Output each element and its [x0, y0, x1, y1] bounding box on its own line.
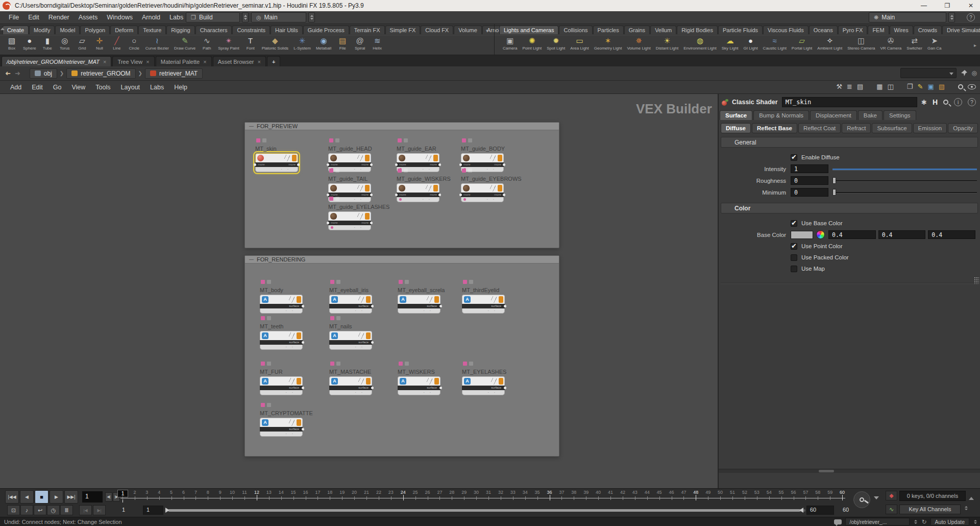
- base-color-g-field[interactable]: 0.4: [878, 230, 926, 239]
- netbox-header[interactable]: —FOR_RENDERING: [245, 256, 559, 264]
- tool-geometry-light[interactable]: ✶Geometry Light: [592, 36, 625, 51]
- breadcrumb-retriever-groom[interactable]: retriever_GROOM: [66, 68, 135, 79]
- tab-refract[interactable]: Refract: [842, 123, 871, 133]
- node-body[interactable]: A: [329, 295, 372, 304]
- menu-file[interactable]: File: [4, 12, 23, 22]
- tab-reflect-coat[interactable]: Reflect Coat: [798, 123, 841, 133]
- shelf-tab-texture[interactable]: Texture: [138, 26, 166, 34]
- collapse-icon[interactable]: —: [249, 257, 254, 262]
- houdini-badge-icon[interactable]: H: [933, 98, 938, 106]
- tool-draw-curve[interactable]: ✎Draw Curve: [172, 36, 198, 51]
- visibility-icon[interactable]: [968, 84, 976, 89]
- realtime-toggle-icon[interactable]: ◷: [47, 505, 60, 515]
- shelf-tab-hair-utils[interactable]: Hair Utils: [271, 26, 303, 34]
- shelf-overflow-icon-right[interactable]: ▾: [973, 28, 975, 33]
- shelf-tab-wires[interactable]: Wires: [890, 26, 913, 34]
- network-box-icon[interactable]: ▧: [939, 82, 945, 91]
- tab-bump-normals[interactable]: Bump & Normals: [753, 110, 809, 120]
- node-connector-strip[interactable]: surface: [260, 340, 303, 345]
- search-icon[interactable]: [943, 100, 948, 105]
- grid-snap-icon[interactable]: ▦: [876, 82, 883, 91]
- prev-key-button[interactable]: |◀: [79, 505, 92, 515]
- shelf-tab-lights-and-cameras[interactable]: Lights and Cameras: [499, 26, 558, 34]
- tab-settings[interactable]: Settings: [884, 110, 916, 120]
- pane-tab-plus[interactable]: +: [267, 56, 280, 66]
- take-selector[interactable]: ❋ Main: [869, 12, 946, 22]
- find-icon[interactable]: [958, 84, 963, 89]
- node-mt-guide-ear[interactable]: MT_guide_EARmoremore· ·: [397, 153, 439, 172]
- shelf-tab-fem[interactable]: FEM: [868, 26, 889, 34]
- breadcrumb-obj[interactable]: obj: [30, 68, 57, 79]
- shelf-tab-pyro-fx[interactable]: Pyro FX: [838, 26, 868, 34]
- tool-spiral[interactable]: @Spiral: [351, 36, 369, 51]
- node-mt-skin[interactable]: MT_skinmoremore· ·: [255, 153, 298, 172]
- build-spinner[interactable]: [242, 12, 249, 22]
- netmenu-add[interactable]: Add: [5, 82, 27, 92]
- take-spinner[interactable]: [948, 12, 955, 22]
- node-footer[interactable]: · ·: [260, 308, 303, 314]
- node-footer[interactable]: · ·: [260, 390, 303, 395]
- output-dot[interactable]: [504, 387, 506, 389]
- menu-labs[interactable]: Labs: [165, 12, 188, 22]
- use-point-color-checkbox[interactable]: [791, 243, 797, 250]
- step-back-button[interactable]: ◀|: [105, 492, 112, 501]
- node-mt-wiskers[interactable]: MT_WISKERSAsurface· ·: [398, 376, 440, 395]
- node-body[interactable]: [328, 153, 371, 162]
- shelf-tab-deform[interactable]: Deform: [110, 26, 138, 34]
- node-body[interactable]: A: [260, 331, 303, 340]
- base-color-swatch[interactable]: [791, 231, 813, 239]
- node-body[interactable]: [397, 183, 439, 193]
- shelf-set-spinner[interactable]: [308, 12, 315, 22]
- tick-display-icon[interactable]: Ⅲ: [60, 505, 73, 515]
- tool-portal-light[interactable]: ▱Portal Light: [789, 36, 815, 51]
- shelf-tab-create[interactable]: Create: [3, 26, 29, 34]
- path-spinner[interactable]: [913, 518, 918, 525]
- audio-icon[interactable]: ♪: [20, 505, 33, 515]
- tab-emission[interactable]: Emission: [913, 123, 947, 133]
- collapse-playbar-icon[interactable]: [969, 494, 974, 500]
- netmenu-labs[interactable]: Labs: [145, 82, 169, 92]
- close-button[interactable]: ✕: [966, 2, 976, 9]
- shelf-tab-rigging[interactable]: Rigging: [166, 26, 194, 34]
- node-connector-strip[interactable]: moremore: [328, 193, 371, 197]
- node-footer[interactable]: · ·: [462, 390, 505, 395]
- output-dot[interactable]: [438, 163, 441, 166]
- tool-box[interactable]: ▧Box: [3, 36, 20, 51]
- tool-null[interactable]: ✛Null: [91, 36, 108, 51]
- node-connector-strip[interactable]: moremore: [328, 221, 371, 225]
- color-wheel-icon[interactable]: [816, 230, 825, 239]
- shelf-tab-simple-fx[interactable]: Simple FX: [385, 26, 421, 34]
- network-editor-canvas[interactable]: VEX Builder —FOR_PREVIEWMT_skinmoremore·…: [0, 94, 718, 488]
- menu-render[interactable]: Render: [44, 12, 74, 22]
- tool-volume-light[interactable]: ✵Volume Light: [624, 36, 653, 51]
- maximize-button[interactable]: ❐: [942, 2, 952, 9]
- pane-tab-obj-retriever-groom-retriever-mat[interactable]: /obj/retriever_GROOM/retriever_MAT×: [2, 56, 111, 66]
- node-footer[interactable]: · ·: [255, 167, 298, 172]
- node-connector-strip[interactable]: surface: [260, 386, 303, 390]
- node-body[interactable]: A: [260, 295, 303, 304]
- section-general[interactable]: General: [721, 137, 978, 148]
- tool-spray-paint[interactable]: ✴Spray Paint: [215, 36, 241, 51]
- node-body[interactable]: [328, 211, 371, 221]
- tool-distant-light[interactable]: ☀Distant Light: [653, 36, 681, 51]
- node-body[interactable]: A: [398, 295, 440, 304]
- tool-sky-light[interactable]: ☁Sky Light: [719, 36, 741, 51]
- close-icon[interactable]: ×: [146, 59, 149, 65]
- shelf-tab-collisions[interactable]: Collisions: [559, 26, 592, 34]
- node-footer[interactable]: · ·: [461, 167, 504, 172]
- layout-grid-icon[interactable]: ◫: [888, 82, 894, 91]
- tool-file[interactable]: ▤File: [334, 36, 351, 51]
- intensity-field[interactable]: 1: [791, 164, 828, 173]
- node-connector-strip[interactable]: surface: [260, 427, 303, 432]
- tool-platonic-solids[interactable]: ◆Platonic Solids: [259, 36, 291, 51]
- node-connector-strip[interactable]: moremore: [397, 193, 439, 197]
- input-dot[interactable]: [395, 194, 398, 196]
- node-connector-strip[interactable]: moremore: [255, 162, 298, 167]
- node-mt-guide-eyebrows[interactable]: MT_guide_EYEBROWSmoremore· ·: [461, 183, 504, 202]
- node-footer[interactable]: · ·: [260, 432, 303, 437]
- stop-button[interactable]: ■: [35, 490, 48, 504]
- netmenu-tools[interactable]: Tools: [90, 82, 115, 92]
- netmenu-edit[interactable]: Edit: [27, 82, 48, 92]
- pane-resize-grip[interactable]: [974, 277, 979, 284]
- collapse-icon[interactable]: —: [249, 124, 254, 129]
